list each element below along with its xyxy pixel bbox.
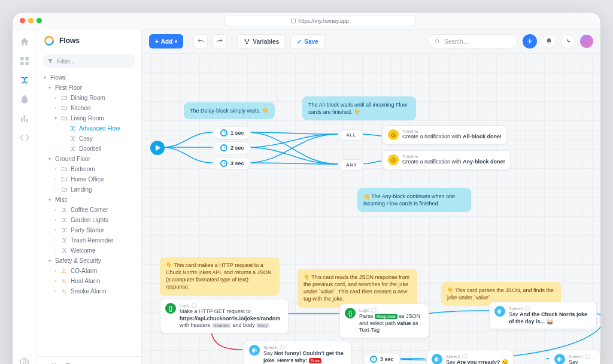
- caret-icon: ›: [53, 105, 58, 111]
- svg-point-7: [23, 362, 26, 364]
- maximize-icon[interactable]: [37, 18, 42, 23]
- tree-item[interactable]: ›⚠CO-Alarm: [37, 266, 141, 276]
- tree-label: Welcome: [71, 247, 96, 254]
- caret-icon: ›: [53, 207, 58, 213]
- traffic-lights: [20, 18, 42, 23]
- tree-item[interactable]: ›Kitchen: [37, 103, 141, 113]
- filter-input[interactable]: Filter...: [43, 54, 135, 68]
- script-icon[interactable]: [19, 132, 30, 143]
- notifications-button[interactable]: [542, 34, 556, 48]
- variables-button[interactable]: Variables: [237, 34, 286, 48]
- undo-button[interactable]: [193, 34, 208, 48]
- address-bar[interactable]: https://my.homey.app: [224, 16, 416, 26]
- grid-icon[interactable]: [19, 56, 30, 66]
- close-icon[interactable]: [20, 18, 25, 23]
- note-all[interactable]: The All-block waits until all incoming F…: [302, 96, 416, 120]
- plus-icon: +: [527, 36, 532, 47]
- tree-item[interactable]: ▾Ground Floor: [37, 154, 141, 164]
- folder-icon: [61, 186, 68, 193]
- add-fab[interactable]: +: [523, 34, 537, 48]
- tree-item[interactable]: ▾Flows: [37, 72, 141, 83]
- note-http[interactable]: 👇 This card makes a HTTP request to a Ch…: [160, 257, 280, 296]
- delay-3[interactable]: 3 sec: [214, 157, 251, 170]
- tree-item[interactable]: ›Welcome: [37, 245, 141, 256]
- clock-icon: [220, 160, 227, 167]
- tree-item[interactable]: Advanced Flow: [37, 123, 141, 134]
- start-node[interactable]: [150, 141, 165, 155]
- tree-label: Kitchen: [71, 105, 90, 111]
- caret-icon: ›: [53, 166, 58, 172]
- delay-3b[interactable]: 3 sec: [363, 353, 400, 364]
- save-button[interactable]: ✓Save: [290, 34, 324, 48]
- new-flow-button[interactable]: + New Flow: [37, 356, 141, 364]
- advanced-flow-icon: [61, 247, 68, 254]
- add-button[interactable]: +Add▾: [149, 34, 183, 48]
- minimize-icon[interactable]: [28, 18, 34, 23]
- flow-canvas[interactable]: The Delay-block simply waits. 👇 The All-…: [142, 53, 600, 364]
- tree-label: Flows: [50, 74, 66, 81]
- svg-rect-0: [20, 57, 23, 60]
- svg-point-13: [436, 40, 439, 43]
- delay-1[interactable]: 1 sec: [214, 126, 251, 139]
- card-http[interactable]: {} LogiciMake a HTTP GET request to http…: [160, 299, 289, 333]
- search-input[interactable]: Search...: [428, 34, 518, 48]
- delay-2[interactable]: 2 sec: [214, 141, 251, 154]
- redo-button[interactable]: [213, 34, 227, 48]
- card-say-error[interactable]: 🗣 SpeechiSay Not funny! Couldn't get the…: [244, 341, 351, 364]
- avatar[interactable]: [580, 35, 593, 48]
- tree-item[interactable]: ›Dining Room: [37, 93, 141, 103]
- advanced-flow-icon: [69, 145, 76, 152]
- svg-point-12: [246, 42, 248, 44]
- svg-point-10: [245, 39, 247, 41]
- energy-icon[interactable]: [19, 94, 30, 105]
- tree-item[interactable]: ›Home Office: [37, 174, 141, 184]
- tree-item[interactable]: Doorbell: [37, 144, 141, 154]
- home-icon[interactable]: [19, 37, 30, 47]
- tree-item[interactable]: ›Trash Reminder: [37, 235, 141, 245]
- caret-icon: ›: [53, 238, 58, 243]
- tree-item[interactable]: ▾Safety & Security: [37, 256, 141, 266]
- app: Flows Filter... ▾Flows▾First Floor›Dinin…: [13, 29, 600, 364]
- tree-item[interactable]: ›Bedroom: [37, 164, 141, 174]
- card-any-notification[interactable]: ⊙ TimelineCreate a notification with Any…: [383, 150, 511, 170]
- card-say-joke[interactable]: 🗣 SpeechiSay And the Chuck Norris joke o…: [489, 302, 597, 329]
- tree-item[interactable]: ›Garden Lights: [37, 215, 141, 225]
- tree-label: Heat Alarm: [71, 278, 100, 284]
- tree-item[interactable]: ›Party Starter: [37, 225, 141, 235]
- check-icon: ✓: [297, 38, 302, 45]
- sidebar-header: Flows: [37, 29, 141, 52]
- tree-label: Garden Lights: [71, 217, 108, 223]
- card-say-ready[interactable]: 🗣 SpeechiSay Are you rrready? 😏: [426, 350, 514, 364]
- tree-label: Party Starter: [71, 227, 104, 233]
- tree-label: Dining Room: [71, 95, 105, 101]
- theme-toggle[interactable]: [561, 34, 575, 48]
- caret-icon: ›: [53, 248, 58, 253]
- svg-rect-6: [26, 119, 28, 122]
- filter-icon: [47, 58, 53, 64]
- tree-label: Misc: [55, 196, 68, 203]
- note-any[interactable]: 👆 The Any-block continues when one incom…: [357, 188, 471, 212]
- card-parse[interactable]: {} LogiciParse Response as JSON and sele…: [339, 304, 429, 338]
- info-icon: i: [371, 308, 377, 313]
- tree-item[interactable]: ›⚠Heat Alarm: [37, 276, 141, 286]
- card-all-notification[interactable]: ⊙ TimelineCreate a notification with All…: [383, 125, 507, 145]
- tree-item[interactable]: ▾Misc: [37, 195, 141, 205]
- note-delay[interactable]: The Delay-block simply waits. 👇: [184, 102, 275, 119]
- gate-all[interactable]: ALL: [339, 129, 363, 141]
- flows-icon[interactable]: [19, 75, 30, 86]
- tree-item[interactable]: ›Landing: [37, 184, 141, 195]
- card-say-tag[interactable]: 🗣 SpeechiSay Created Tag: [549, 350, 600, 364]
- note-parse[interactable]: 👇 This card reads the JSON response from…: [298, 269, 417, 308]
- gate-any[interactable]: ANY: [339, 159, 363, 171]
- settings-icon[interactable]: [19, 357, 30, 364]
- tree-item[interactable]: ›Coffee Corner: [37, 205, 141, 215]
- caret-icon: ▾: [47, 258, 52, 263]
- tree-item[interactable]: Cosy: [37, 134, 141, 144]
- tree-item[interactable]: ▾Living Room: [37, 113, 141, 123]
- insights-icon[interactable]: [19, 113, 30, 124]
- tree-label: Home Office: [71, 176, 104, 183]
- tree-item[interactable]: ›⚠Smoke Alarm: [37, 286, 141, 296]
- filter-placeholder: Filter...: [57, 58, 75, 65]
- tree-item[interactable]: ▾First Floor: [37, 83, 141, 93]
- page-title: Flows: [59, 37, 80, 45]
